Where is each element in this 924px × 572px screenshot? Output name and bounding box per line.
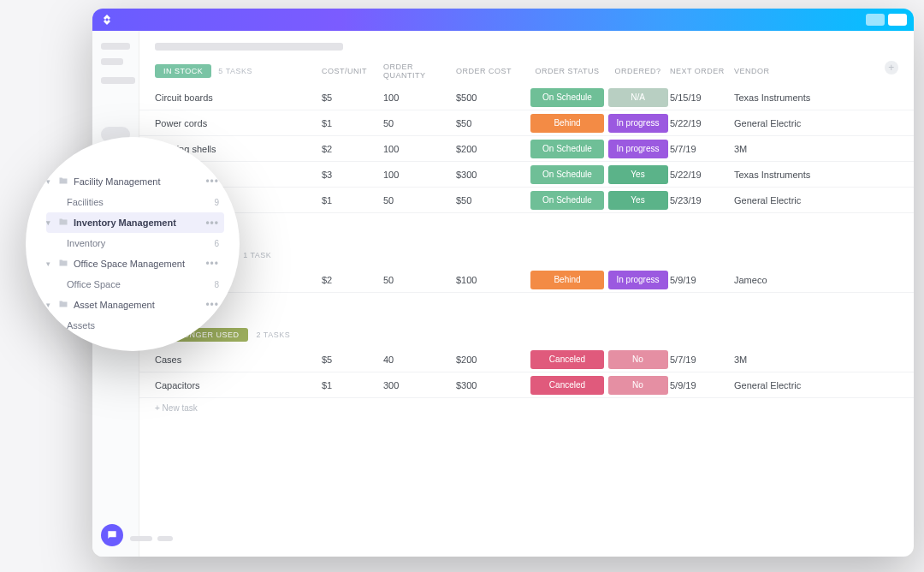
cell-qty[interactable]: 40 xyxy=(383,355,456,365)
table-row[interactable]: Power cords $1 50 $50 Behind In progress… xyxy=(139,110,914,136)
cell-ordered[interactable]: No xyxy=(606,350,670,369)
cell-next[interactable]: 5/7/19 xyxy=(670,355,734,365)
cell-ordercost[interactable]: $300 xyxy=(456,380,529,390)
cell-qty[interactable]: 50 xyxy=(383,118,456,128)
cell-ordered[interactable]: In progress xyxy=(606,114,670,133)
cell-qty[interactable]: 50 xyxy=(383,195,456,206)
cell-vendor[interactable]: Texas Instruments xyxy=(734,170,845,180)
more-icon[interactable]: ••• xyxy=(205,258,219,270)
table-row[interactable]: Displays $3 100 $300 On Schedule Yes 5/2… xyxy=(139,162,914,188)
cell-status[interactable]: Behind xyxy=(529,114,606,133)
task-name[interactable]: Capacitors xyxy=(155,380,322,390)
chat-icon[interactable] xyxy=(101,524,123,546)
col-vendor[interactable]: VENDOR xyxy=(734,67,845,75)
cell-ordercost[interactable]: $200 xyxy=(456,355,529,365)
cell-cost[interactable]: $1 xyxy=(322,118,383,128)
cell-next[interactable]: 5/23/19 xyxy=(670,195,734,206)
clickup-logo-icon xyxy=(99,12,115,27)
cell-ordercost[interactable]: $50 xyxy=(456,118,529,128)
new-task-button[interactable]: + New task xyxy=(139,213,914,240)
chevron-down-icon: ▾ xyxy=(46,218,53,227)
more-icon[interactable]: ••• xyxy=(205,299,219,311)
cell-ordercost[interactable]: $200 xyxy=(456,144,529,154)
col-cost[interactable]: COST/UNIT xyxy=(322,67,383,75)
cell-status[interactable]: Canceled xyxy=(529,376,606,395)
sidebar-child-item[interactable]: Office Space8 xyxy=(46,274,224,295)
cell-qty[interactable]: 100 xyxy=(383,170,456,180)
sidebar-item-label: Facilities xyxy=(67,197,209,207)
cell-next[interactable]: 5/22/19 xyxy=(670,118,734,128)
cell-cost[interactable]: $3 xyxy=(322,170,383,180)
add-column-button[interactable]: + xyxy=(885,61,898,74)
sidebar-child-item[interactable]: Inventory6 xyxy=(46,233,224,253)
task-count: 2 TASKS xyxy=(257,331,291,339)
cell-status[interactable]: Behind xyxy=(529,271,606,289)
cell-ordered[interactable]: Yes xyxy=(606,165,670,184)
cell-ordercost[interactable]: $50 xyxy=(456,195,529,206)
cell-status[interactable]: On Schedule xyxy=(529,88,606,107)
cell-ordered[interactable]: Yes xyxy=(606,191,670,210)
task-name[interactable]: Power cords xyxy=(155,118,322,128)
cell-status[interactable]: Canceled xyxy=(529,350,606,369)
cell-next[interactable]: 5/9/19 xyxy=(670,380,734,390)
col-status[interactable]: ORDER STATUS xyxy=(529,67,606,75)
cell-qty[interactable]: 50 xyxy=(383,275,456,285)
table-row[interactable]: Ribbon cables $1 50 $50 On Schedule Yes … xyxy=(139,188,914,213)
col-ordered[interactable]: ORDERED? xyxy=(606,67,670,75)
cell-next[interactable]: 5/7/19 xyxy=(670,144,734,154)
task-name[interactable]: Circuit boards xyxy=(155,92,322,103)
maximize-button[interactable] xyxy=(888,14,907,26)
table-row[interactable]: Housing shells $2 100 $200 On Schedule I… xyxy=(139,136,914,162)
col-next[interactable]: NEXT ORDER xyxy=(670,67,734,75)
cell-ordered[interactable]: In progress xyxy=(606,140,670,158)
cell-qty[interactable]: 100 xyxy=(383,92,456,103)
cell-next[interactable]: 5/9/19 xyxy=(670,275,734,285)
col-qty[interactable]: ORDER QUANTITY xyxy=(383,63,456,80)
cell-ordered[interactable]: In progress xyxy=(606,271,670,289)
sidebar-folder-item[interactable]: ▾Asset Management••• xyxy=(46,295,224,315)
table-row[interactable]: Capacitors $1 300 $300 Canceled No 5/9/1… xyxy=(139,372,914,398)
cell-cost[interactable]: $1 xyxy=(322,195,383,206)
sidebar-folder-item[interactable]: ▾Office Space Management••• xyxy=(46,253,224,274)
cell-ordercost[interactable]: $300 xyxy=(456,170,529,180)
group-pill-in-stock[interactable]: IN STOCK xyxy=(155,64,211,78)
sidebar-child-item[interactable]: Facilities9 xyxy=(46,192,224,212)
cell-ordercost[interactable]: $100 xyxy=(456,275,529,285)
sidebar-folder-item[interactable]: ▾Facility Management••• xyxy=(46,171,224,192)
cell-next[interactable]: 5/15/19 xyxy=(670,92,734,103)
more-icon[interactable]: ••• xyxy=(205,217,219,229)
cell-vendor[interactable]: General Electric xyxy=(734,380,845,390)
cell-cost[interactable]: $5 xyxy=(322,355,383,365)
cell-vendor[interactable]: 3M xyxy=(734,355,845,365)
cell-qty[interactable]: 300 xyxy=(383,380,456,390)
cell-vendor[interactable]: 3M xyxy=(734,144,845,154)
cell-status[interactable]: On Schedule xyxy=(529,191,606,210)
cell-next[interactable]: 5/22/19 xyxy=(670,170,734,180)
cell-qty[interactable]: 100 xyxy=(383,144,456,154)
sidebar-folder-item[interactable]: ▾Inventory Management••• xyxy=(46,212,224,233)
table-row[interactable]: USB cords $2 50 $100 Behind In progress … xyxy=(139,267,914,293)
minimize-button[interactable] xyxy=(866,14,885,26)
chevron-down-icon: ▾ xyxy=(46,177,53,186)
cell-vendor[interactable]: Texas Instruments xyxy=(734,92,845,103)
cell-cost[interactable]: $1 xyxy=(322,380,383,390)
col-ordercost[interactable]: ORDER COST xyxy=(456,67,529,75)
task-name[interactable]: Cases xyxy=(155,355,322,365)
cell-cost[interactable]: $2 xyxy=(322,275,383,285)
cell-vendor[interactable]: Jameco xyxy=(734,275,845,285)
new-task-button[interactable]: + New task xyxy=(139,398,914,425)
table-row[interactable]: Cases $5 40 $200 Canceled No 5/7/19 3M xyxy=(139,347,914,372)
cell-vendor[interactable]: General Electric xyxy=(734,195,845,206)
cell-cost[interactable]: $2 xyxy=(322,144,383,154)
cell-vendor[interactable]: General Electric xyxy=(734,118,845,128)
table-row[interactable]: Circuit boards $5 100 $500 On Schedule N… xyxy=(139,85,914,110)
cell-status[interactable]: On Schedule xyxy=(529,140,606,158)
title-bar xyxy=(92,9,914,31)
cell-ordercost[interactable]: $500 xyxy=(456,92,529,103)
cell-ordered[interactable]: N/A xyxy=(606,88,670,107)
placeholder xyxy=(101,77,135,84)
new-task-button[interactable]: + New task xyxy=(139,293,914,319)
cell-cost[interactable]: $5 xyxy=(322,92,383,103)
cell-status[interactable]: On Schedule xyxy=(529,165,606,184)
cell-ordered[interactable]: No xyxy=(606,376,670,395)
